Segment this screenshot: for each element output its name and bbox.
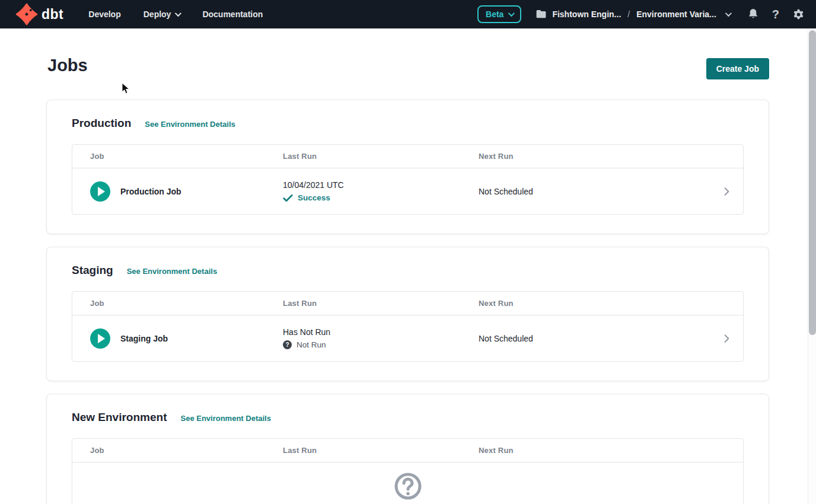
column-header-last-run: Last Run — [283, 299, 479, 308]
empty-state-question-circle-icon — [394, 472, 422, 503]
job-name: Staging Job — [120, 334, 168, 343]
breadcrumb: Fishtown Engin... / Environment Varia... — [536, 9, 729, 19]
see-environment-details-link[interactable]: See Environment Details — [180, 414, 270, 423]
last-run-status: Success — [298, 193, 330, 202]
last-run-date: 10/04/2021 UTC — [283, 180, 479, 190]
job-row-staging[interactable]: Staging Job Has Not Run ? Not Run Not Sc… — [72, 315, 743, 361]
column-header-next-run: Next Run — [479, 446, 710, 455]
success-check-icon — [283, 194, 293, 202]
column-header-last-run: Last Run — [283, 446, 479, 455]
jobs-page: Jobs Create Job Production See Environme… — [0, 56, 816, 504]
breadcrumb-project[interactable]: Environment Varia... — [636, 9, 716, 19]
play-icon — [98, 187, 105, 196]
gear-icon[interactable] — [793, 9, 804, 20]
main-nav: Develop Deploy Documentation — [88, 9, 263, 19]
nav-item-develop[interactable]: Develop — [88, 9, 120, 19]
environment-name: Staging — [72, 264, 113, 277]
see-environment-details-link[interactable]: See Environment Details — [145, 120, 235, 129]
bell-icon[interactable] — [748, 8, 758, 20]
dbt-logo[interactable]: dbt — [15, 3, 63, 25]
see-environment-details-link[interactable]: See Environment Details — [127, 267, 217, 276]
create-job-button[interactable]: Create Job — [706, 58, 769, 79]
beta-dropdown[interactable]: Beta — [477, 5, 521, 23]
chevron-right-icon — [710, 333, 743, 344]
next-run-value: Not Scheduled — [479, 187, 710, 196]
jobs-table: Job Last Run Next Run — [72, 438, 744, 504]
breadcrumb-account[interactable]: Fishtown Engin... — [552, 9, 621, 19]
jobs-table: Job Last Run Next Run Production Job 10/… — [72, 144, 744, 215]
scrollbar-thumb[interactable] — [809, 30, 816, 335]
run-job-button[interactable] — [90, 181, 110, 202]
chevron-down-icon[interactable] — [725, 10, 732, 17]
help-icon[interactable]: ? — [772, 8, 779, 20]
environment-name: New Environment — [72, 411, 167, 424]
scrollbar-track[interactable] — [808, 28, 816, 504]
column-header-next-run: Next Run — [479, 299, 710, 308]
column-header-last-run: Last Run — [283, 152, 479, 161]
column-header-next-run: Next Run — [479, 152, 710, 161]
breadcrumb-separator: / — [626, 9, 631, 19]
environment-card-production: Production See Environment Details Job L… — [46, 100, 769, 234]
column-header-job: Job — [90, 299, 283, 308]
chevron-down-icon — [175, 10, 181, 17]
top-nav: dbt Develop Deploy Documentation Beta — [0, 0, 816, 28]
folder-icon — [536, 9, 547, 19]
nav-item-develop-label: Develop — [88, 9, 120, 19]
empty-jobs-state — [72, 462, 743, 504]
jobs-table-header: Job Last Run Next Run — [72, 439, 743, 462]
column-header-job: Job — [90, 446, 283, 455]
column-header-job: Job — [90, 152, 283, 161]
last-run-date: Has Not Run — [283, 327, 479, 337]
jobs-table-header: Job Last Run Next Run — [72, 292, 743, 315]
nav-item-deploy-label: Deploy — [144, 9, 171, 19]
job-row-production[interactable]: Production Job 10/04/2021 UTC Success No… — [72, 168, 743, 214]
environment-card-new-environment: New Environment See Environment Details … — [46, 394, 769, 504]
jobs-table: Job Last Run Next Run Staging Job Has No… — [72, 291, 744, 362]
environment-name: Production — [72, 117, 131, 130]
nav-item-documentation-label: Documentation — [202, 9, 263, 19]
last-run-status: Not Run — [297, 340, 326, 349]
nav-item-deploy[interactable]: Deploy — [144, 9, 180, 19]
play-icon — [98, 334, 105, 343]
not-run-question-icon: ? — [283, 340, 292, 349]
jobs-table-header: Job Last Run Next Run — [72, 145, 743, 168]
chevron-right-icon — [710, 186, 743, 197]
chevron-down-icon — [508, 10, 515, 17]
run-job-button[interactable] — [90, 328, 110, 349]
page-title: Jobs — [46, 56, 88, 75]
job-name: Production Job — [120, 187, 181, 196]
dbt-logo-icon — [15, 3, 38, 25]
beta-label: Beta — [486, 9, 503, 19]
nav-item-documentation[interactable]: Documentation — [202, 9, 263, 19]
dbt-logo-word: dbt — [42, 8, 63, 21]
environment-card-staging: Staging See Environment Details Job Last… — [46, 247, 769, 381]
next-run-value: Not Scheduled — [479, 334, 710, 343]
